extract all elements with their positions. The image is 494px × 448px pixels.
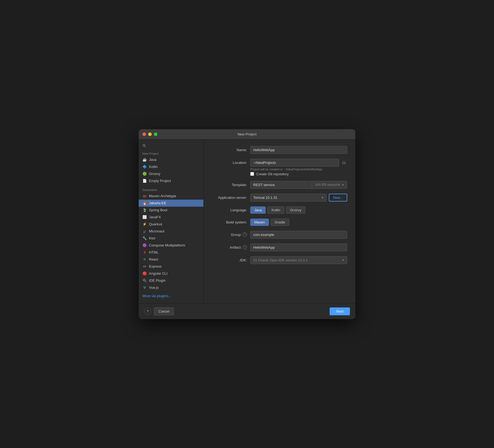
template-select[interactable]: REST service bbox=[250, 181, 312, 189]
close-button[interactable] bbox=[142, 132, 146, 136]
new-project-section-label: New Project bbox=[139, 150, 203, 156]
name-label: Name: bbox=[212, 148, 247, 152]
html-icon: 5 bbox=[142, 250, 147, 255]
sidebar-item-empty-label: Empty Project bbox=[149, 179, 171, 183]
git-label: Create Git repository bbox=[256, 172, 289, 176]
artifact-help-icon[interactable]: ? bbox=[243, 245, 247, 249]
name-input[interactable] bbox=[250, 146, 347, 154]
next-button[interactable]: Next bbox=[330, 307, 350, 315]
sidebar-item-micronaut[interactable]: μ Micronaut bbox=[139, 228, 203, 235]
maximize-button[interactable] bbox=[154, 132, 157, 136]
springboot-icon: 🍃 bbox=[142, 208, 147, 212]
artifact-label-wrapper: Artifact: ? bbox=[212, 245, 247, 249]
build-maven-button[interactable]: Maven bbox=[250, 219, 269, 226]
sidebar-item-java[interactable]: ☕ Java bbox=[139, 156, 203, 163]
location-hint: Project will be created in: ~/IdeaProjec… bbox=[250, 168, 347, 171]
group-help-icon[interactable]: ? bbox=[243, 232, 247, 237]
sidebar-item-maven[interactable]: m Maven Archetype bbox=[139, 193, 203, 200]
sidebar-item-angular[interactable]: 🔴 Angular CLI bbox=[139, 270, 203, 277]
sidebar-item-groovy[interactable]: 🟢 Groovy bbox=[139, 170, 203, 177]
template-right: JAX-RS resource ▼ bbox=[312, 181, 347, 189]
generators-section-label: Generators bbox=[139, 187, 203, 193]
angular-icon: 🔴 bbox=[142, 271, 147, 276]
sidebar-item-express[interactable]: ex Express bbox=[139, 263, 203, 270]
language-button-group: Java Kotlin Groovy bbox=[250, 206, 306, 214]
jdk-label: JDK: bbox=[212, 258, 247, 262]
group-label: Group: bbox=[231, 233, 242, 237]
jdk-select-wrapper: 21 Oracle OpenJDK version 21.0.1 ▼ bbox=[250, 256, 347, 264]
sidebar-item-empty[interactable]: 📄 Empty Project bbox=[139, 177, 203, 184]
sidebar-item-jakarta-label: Jakarta EE bbox=[149, 201, 166, 205]
quarkus-icon: ⚡ bbox=[142, 222, 147, 226]
search-icon bbox=[142, 144, 146, 148]
minimize-button[interactable] bbox=[148, 132, 152, 136]
ideplugin-icon: 🔌 bbox=[142, 278, 147, 283]
sidebar-item-maven-label: Maven Archetype bbox=[149, 194, 176, 198]
sidebar-item-java-label: Java bbox=[149, 158, 156, 162]
sidebar-item-javafx[interactable]: ⬜ JavaFX bbox=[139, 214, 203, 221]
content-area: New Project ☕ Java 🔷 Kotlin 🟢 Groovy 📄 E… bbox=[139, 139, 355, 303]
window-title: New Project bbox=[238, 132, 256, 136]
name-row: Name: bbox=[212, 146, 347, 154]
sidebar-item-ideplugin[interactable]: 🔌 IDE Plugin bbox=[139, 277, 203, 284]
sidebar-item-html[interactable]: 5 HTML bbox=[139, 249, 203, 256]
chevron-down-icon: ▼ bbox=[342, 183, 344, 186]
sidebar-item-react[interactable]: ⚛ React bbox=[139, 256, 203, 263]
sidebar-item-express-label: Express bbox=[149, 264, 162, 268]
maven-icon: m bbox=[142, 194, 147, 198]
sidebar-item-react-label: React bbox=[149, 257, 158, 261]
sidebar-item-kotlin[interactable]: 🔷 Kotlin bbox=[139, 163, 203, 170]
sidebar-item-kotlin-label: Kotlin bbox=[149, 165, 158, 169]
language-label: Language: bbox=[212, 208, 247, 212]
artifact-input[interactable] bbox=[250, 244, 347, 251]
build-system-label: Build system: bbox=[212, 220, 247, 224]
location-input[interactable] bbox=[250, 159, 339, 167]
ktor-icon: 🔧 bbox=[142, 236, 147, 241]
app-server-select-wrapper: Tomcat 10.1.31 ▼ bbox=[250, 194, 327, 202]
sidebar-item-html-label: HTML bbox=[149, 250, 158, 254]
titlebar: New Project bbox=[139, 129, 355, 139]
new-project-window: New Project New Project ☕ Java bbox=[139, 129, 355, 319]
traffic-lights bbox=[142, 132, 157, 136]
build-gradle-button[interactable]: Gradle bbox=[271, 219, 289, 226]
search-bar[interactable] bbox=[139, 142, 203, 150]
template-right-label: JAX-RS resource bbox=[315, 183, 340, 187]
app-server-label: Application server: bbox=[212, 196, 247, 200]
footer: ? Cancel Next bbox=[139, 303, 355, 319]
sidebar-item-jakarta[interactable]: 🔥 Jakarta EE bbox=[139, 200, 203, 207]
group-label-wrapper: Group: ? bbox=[212, 232, 247, 237]
jdk-select[interactable]: 21 Oracle OpenJDK version 21.0.1 bbox=[250, 256, 347, 264]
folder-browse-button[interactable]: 🗂 bbox=[341, 159, 347, 166]
language-kotlin-button[interactable]: Kotlin bbox=[267, 206, 284, 214]
help-button[interactable]: ? bbox=[144, 308, 151, 315]
kotlin-icon: 🔷 bbox=[142, 165, 147, 169]
sidebar-item-ideplugin-label: IDE Plugin bbox=[149, 278, 165, 283]
git-checkbox[interactable] bbox=[250, 172, 254, 176]
sidebar-item-quarkus[interactable]: ⚡ Quarkus bbox=[139, 221, 203, 228]
main-panel: Name: Location: 🗂 Project will be create… bbox=[204, 139, 355, 303]
sidebar-item-javafx-label: JavaFX bbox=[149, 215, 161, 219]
sidebar-item-vue-label: Vue.js bbox=[149, 285, 159, 290]
jakarta-icon: 🔥 bbox=[142, 201, 147, 205]
app-server-select[interactable]: Tomcat 10.1.31 bbox=[250, 194, 327, 202]
express-icon: ex bbox=[142, 264, 147, 269]
language-groovy-button[interactable]: Groovy bbox=[286, 206, 306, 214]
language-java-button[interactable]: Java bbox=[250, 206, 266, 214]
sidebar-item-compose[interactable]: 🟣 Compose Multiplatform bbox=[139, 242, 203, 249]
location-row: Location: 🗂 Project will be created in: … bbox=[212, 159, 347, 176]
new-server-button[interactable]: New... bbox=[329, 194, 347, 202]
svg-point-0 bbox=[143, 144, 145, 146]
template-wrapper: REST service JAX-RS resource ▼ bbox=[250, 181, 347, 189]
sidebar-item-springboot[interactable]: 🍃 Spring Boot bbox=[139, 207, 203, 214]
group-input[interactable] bbox=[250, 231, 347, 239]
footer-left: ? Cancel bbox=[144, 307, 174, 315]
more-plugins-link[interactable]: More via plugins... bbox=[139, 291, 203, 301]
sidebar-item-springboot-label: Spring Boot bbox=[149, 208, 167, 212]
cancel-button[interactable]: Cancel bbox=[154, 307, 174, 315]
svg-line-1 bbox=[145, 146, 146, 147]
sidebar-item-vue[interactable]: V Vue.js bbox=[139, 284, 203, 291]
sidebar-item-ktor[interactable]: 🔧 Ktor bbox=[139, 235, 203, 242]
artifact-row: Artifact: ? bbox=[212, 244, 347, 251]
artifact-label: Artifact: bbox=[230, 245, 242, 249]
app-server-row: Application server: Tomcat 10.1.31 ▼ New… bbox=[212, 194, 347, 202]
